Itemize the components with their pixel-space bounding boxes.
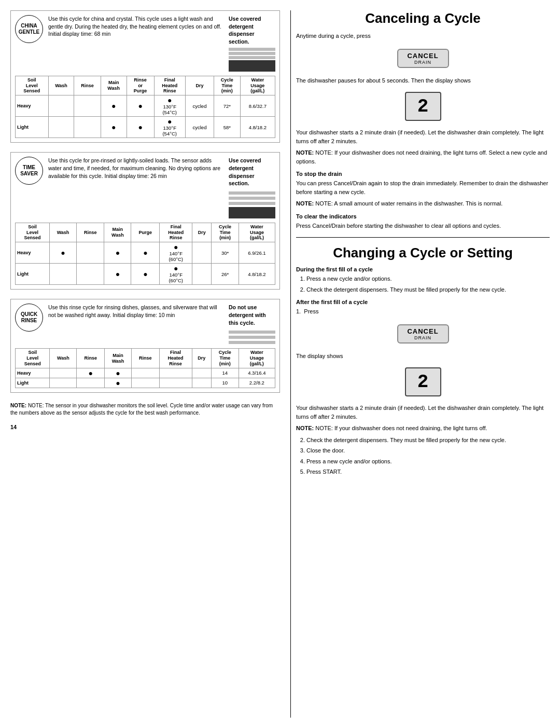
list-item: Press a new cycle and/or options. — [306, 457, 550, 466]
china-gentle-use: Use covered detergent dispenser section. — [229, 15, 275, 72]
section-divider — [296, 237, 550, 238]
changing-title: Changing a Cycle or Setting — [296, 245, 550, 261]
canceling-title: Canceling a Cycle — [296, 10, 550, 26]
quick-rinse-block: QUICK RINSE Use this rinse cycle for rin… — [10, 299, 280, 392]
first-fill-steps: Press a new cycle and/or options. Check … — [306, 274, 550, 294]
list-item: Check the detergent dispensers. They mus… — [306, 436, 550, 445]
det-bar-dark — [229, 60, 275, 72]
time-saver-table: SoilLevelSensed Wash Rinse MainWash Purg… — [15, 223, 275, 285]
drain-label-2: DRAIN — [414, 335, 431, 340]
list-item: Press START. — [306, 468, 550, 476]
clear-indicators-text: Press Cancel/Drain before starting the d… — [296, 222, 550, 230]
det-bar-1 — [229, 48, 275, 51]
china-gentle-desc: Use this cycle for china and crystal. Th… — [48, 15, 223, 72]
det-bar-c — [229, 202, 275, 205]
after-fill-steps-rest: Check the detergent dispensers. They mus… — [306, 436, 550, 476]
sensor-note: NOTE: NOTE: The sensor in your dishwashe… — [10, 402, 280, 417]
first-fill-heading: During the first fill of a cycle — [296, 266, 550, 272]
changing-note: NOTE: NOTE: If your dishwasher does not … — [296, 424, 550, 433]
after-display-text-1: Your dishwasher starts a 2 minute drain … — [296, 128, 550, 145]
det-bar-d — [229, 207, 275, 218]
china-gentle-label: CHINA GENTLE — [15, 15, 43, 43]
cancel-drain-btn-wrapper-1: CANCEL DRAIN — [296, 45, 550, 72]
table-row: Light ● ● ●140°F(60°C) 26* 4.8/18.2 — [16, 264, 275, 285]
table-row: Heavy ● ● 14 4.3/16.4 — [16, 368, 275, 378]
cancel-label-2: CANCEL — [407, 327, 438, 335]
china-gentle-block: CHINA GENTLE Use this cycle for china an… — [10, 10, 280, 143]
table-row: Light ● ● ●130°F(54°C) cycled 58* 4.8/18… — [16, 117, 275, 138]
cancel-drain-btn-wrapper-2: CANCEL DRAIN — [296, 320, 550, 348]
det-bar-3 — [229, 56, 275, 59]
quick-rinse-label: QUICK RINSE — [15, 304, 43, 332]
quick-rinse-use: Do not use detergent with this cycle. — [229, 304, 275, 344]
cancel-drain-button-1[interactable]: CANCEL DRAIN — [397, 49, 449, 68]
cancel-drain-button-2[interactable]: CANCEL DRAIN — [397, 324, 449, 344]
drain-label-1: DRAIN — [414, 60, 431, 65]
time-saver-label: TIME SAVER — [15, 157, 43, 185]
display-box-wrapper-1: 2 — [296, 88, 550, 125]
after-fill-step1: 1. Press — [296, 307, 550, 316]
det-bar-b — [229, 197, 275, 200]
det-bar-g — [229, 341, 275, 344]
det-bar-e — [229, 331, 275, 334]
table-row: Light ● 10 2.2/8.2 — [16, 378, 275, 388]
stop-drain-note: NOTE: NOTE: A small amount of water rema… — [296, 199, 550, 208]
detergent-bars-3 — [229, 328, 275, 344]
det-bar-f — [229, 336, 275, 339]
table-row: Heavy ● ● ●130°F(54°C) cycled 72* 8.6/32… — [16, 95, 275, 117]
canceling-note: NOTE: NOTE: If your dishwasher does not … — [296, 148, 550, 166]
list-item: Check the detergent dispensers. They mus… — [306, 285, 550, 294]
det-bar-2 — [229, 52, 275, 55]
time-saver-desc: Use this cycle for pre-rinsed or lightly… — [48, 157, 223, 218]
display-box-wrapper-2: 2 — [296, 363, 550, 401]
display-shows-text: The display shows — [296, 352, 550, 361]
page-number: 14 — [10, 424, 280, 430]
detergent-bars — [229, 48, 275, 72]
time-saver-block: TIME SAVER Use this cycle for pre-rinsed… — [10, 152, 280, 290]
after-display-text-2: Your dishwasher starts a 2 minute drain … — [296, 404, 550, 421]
quick-rinse-desc: Use this rinse cycle for rinsing dishes,… — [48, 304, 223, 344]
right-column: Canceling a Cycle Anytime during a cycle… — [290, 10, 550, 718]
display-digit-2: 2 — [405, 367, 441, 396]
stop-drain-text: You can press Cancel/Drain again to stop… — [296, 179, 550, 196]
display-digit-1: 2 — [405, 92, 441, 121]
detergent-bars-2 — [229, 189, 275, 218]
clear-indicators-heading: To clear the indicators — [296, 213, 550, 219]
cancel-label-1: CANCEL — [407, 52, 438, 60]
after-press-text: The dishwasher pauses for about 5 second… — [296, 76, 550, 85]
china-gentle-table: SoilLevelSensed Wash Rinse MainWash Rins… — [15, 76, 275, 138]
after-fill-heading: After the first fill of a cycle — [296, 299, 550, 305]
quick-rinse-table: SoilLevelSensed Wash Rinse MainWash Rins… — [15, 348, 275, 388]
stop-drain-heading: To stop the drain — [296, 171, 550, 177]
left-column: CHINA GENTLE Use this cycle for china an… — [10, 10, 280, 718]
list-item: Press a new cycle and/or options. — [306, 274, 550, 283]
list-item: Close the door. — [306, 446, 550, 455]
time-saver-use: Use covered detergent dispenser section. — [229, 157, 275, 218]
canceling-intro: Anytime during a cycle, press — [296, 32, 550, 40]
det-bar-a — [229, 191, 275, 195]
table-row: Heavy ● ● ● ●140°F(60°C) 30* 6.9/26.1 — [16, 242, 275, 264]
